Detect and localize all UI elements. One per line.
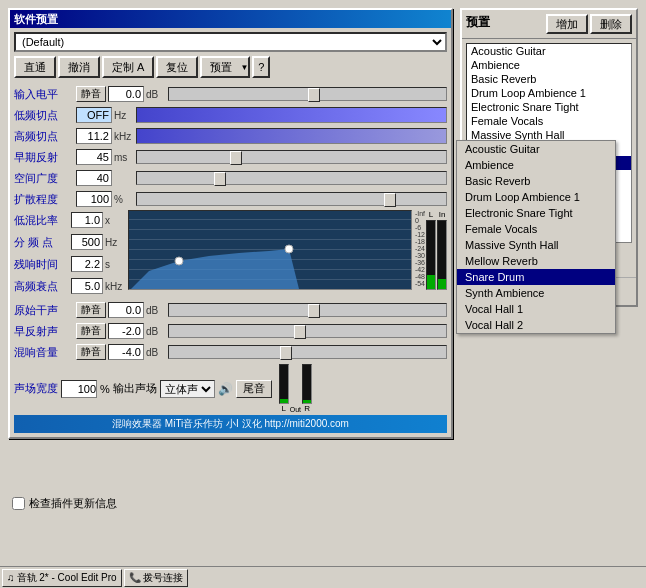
auxbus-item[interactable]: Vocal Hall 1 [457, 301, 615, 317]
output-mode-select[interactable]: 立体声 [160, 380, 215, 398]
room-size-value[interactable] [76, 170, 112, 186]
list-item[interactable]: Electronic Snare Tight [467, 100, 631, 114]
hf-damping-value[interactable] [71, 278, 103, 294]
auxbus-item[interactable]: Massive Synth Hall [457, 237, 615, 253]
bottom-row: 声场宽度 % 输出声场 立体声 🔊 尾音 L Out [14, 364, 447, 413]
early-level-label: 早反射声 [14, 324, 74, 339]
mix-ratio-unit: x [105, 215, 125, 226]
diffusion-label: 扩散程度 [14, 192, 74, 207]
auxbus-item[interactable]: Drum Loop Ambience 1 [457, 189, 615, 205]
phone-icon: 📞 [129, 572, 141, 583]
low-cut-label: 低频切点 [14, 108, 74, 123]
out-l-label: L [282, 404, 286, 413]
auxbus-item[interactable]: Mellow Reverb [457, 253, 615, 269]
auxbus-item[interactable]: Snare Drum [457, 269, 615, 285]
early-level-thumb[interactable] [294, 325, 306, 339]
early-level-slider[interactable] [168, 324, 447, 338]
hf-damping-row: 高频衰点 kHz [14, 276, 125, 296]
vu-l-label: L [429, 210, 433, 219]
mix-volume-thumb[interactable] [280, 346, 292, 360]
early-ref-thumb[interactable] [230, 151, 242, 165]
diffusion-thumb[interactable] [384, 193, 396, 207]
mix-volume-value[interactable] [108, 344, 144, 360]
freq-point-value[interactable] [71, 234, 103, 250]
update-checkbox[interactable] [12, 497, 25, 510]
input-level-label: 输入电平 [14, 87, 74, 102]
window-title: 软件预置 [14, 12, 58, 27]
room-size-slider[interactable] [136, 171, 447, 185]
preset-select[interactable]: (Default) [14, 32, 447, 52]
input-level-value[interactable] [108, 86, 144, 102]
vu-r-label: In [439, 210, 446, 219]
vu-l-green [427, 275, 435, 289]
dry-signal-thumb[interactable] [308, 304, 320, 318]
preset-dropdown-arrow[interactable]: ▼ [240, 63, 248, 72]
auxbus-item[interactable]: Vocal Hall 2 [457, 317, 615, 333]
auxbus-item[interactable]: Basic Reverb [457, 173, 615, 189]
cancel-button[interactable]: 撤消 [58, 56, 100, 78]
dry-signal-slider[interactable] [168, 303, 447, 317]
mix-volume-slider[interactable] [168, 345, 447, 359]
eq-curve-svg [129, 211, 411, 289]
output-section: 原始干声 静音 dB 早反射声 静音 dB 混响音量 静音 [14, 300, 447, 362]
room-size-row: 空间广度 [14, 168, 447, 188]
early-ref-slider[interactable] [136, 150, 447, 164]
add-button[interactable]: 增加 [546, 14, 588, 34]
freq-point-label: 分 频 点 [14, 235, 69, 250]
dry-signal-unit: dB [146, 305, 166, 316]
list-item[interactable]: Female Vocals [467, 114, 631, 128]
output-vu: L Out R [279, 364, 312, 413]
toolbar: 直通 撤消 定制 A 复位 预置 ▼ 增加预置... 预置管理器... Aux … [14, 56, 447, 78]
input-level-thumb[interactable] [308, 88, 320, 102]
early-level-unit: dB [146, 326, 166, 337]
auxbus-item[interactable]: Ambience [457, 157, 615, 173]
list-item[interactable]: Basic Reverb [467, 72, 631, 86]
out-vu-l-bar [279, 364, 289, 404]
early-level-value[interactable] [108, 323, 144, 339]
room-width-value[interactable] [61, 380, 97, 398]
diffusion-slider[interactable] [136, 192, 447, 206]
dry-signal-label: 原始干声 [14, 303, 74, 318]
high-cut-value[interactable] [76, 128, 112, 144]
tail-button[interactable]: 尾音 [236, 380, 272, 398]
room-size-thumb[interactable] [214, 172, 226, 186]
list-item[interactable]: Acoustic Guitar [467, 44, 631, 58]
auxbus-item[interactable]: Female Vocals [457, 221, 615, 237]
customize-button[interactable]: 定制 A [102, 56, 154, 78]
status-bar: ♫ 音轨 2* - Cool Edit Pro 📞 拨号连接 [0, 566, 646, 588]
mix-ratio-label: 低混比率 [14, 213, 69, 228]
mix-volume-row: 混响音量 静音 dB [14, 342, 447, 362]
input-level-slider[interactable] [168, 87, 447, 101]
list-item[interactable]: Drum Loop Ambience 1 [467, 86, 631, 100]
vu-left: L [426, 210, 436, 290]
mix-mute-button[interactable]: 静音 [76, 344, 106, 360]
taskbar-item-1[interactable]: ♫ 音轨 2* - Cool Edit Pro [2, 569, 122, 587]
diffusion-row: 扩散程度 % [14, 189, 447, 209]
input-level-row: 输入电平 静音 dB [14, 84, 447, 104]
out-r-label: R [304, 404, 310, 413]
auxbus-item[interactable]: Acoustic Guitar [457, 141, 615, 157]
decay-time-value[interactable] [71, 256, 103, 272]
dry-mute-button[interactable]: 静音 [76, 302, 106, 318]
auxbus-item[interactable]: Synth Ambience [457, 285, 615, 301]
direct-button[interactable]: 直通 [14, 56, 56, 78]
low-cut-value[interactable] [76, 107, 112, 123]
early-ref-value[interactable] [76, 149, 112, 165]
diffusion-value[interactable] [76, 191, 112, 207]
delete-button[interactable]: 删除 [590, 14, 632, 34]
early-ref-row: 早期反射 ms [14, 147, 447, 167]
input-level-unit: dB [146, 89, 166, 100]
dry-signal-value[interactable] [108, 302, 144, 318]
eq-graph[interactable] [128, 210, 412, 290]
auxbus-item[interactable]: Electronic Snare Tight [457, 205, 615, 221]
reset-button[interactable]: 复位 [156, 56, 198, 78]
list-item[interactable]: Ambience [467, 58, 631, 72]
input-mute-button[interactable]: 静音 [76, 86, 106, 102]
taskbar-item-2[interactable]: 📞 拨号连接 [124, 569, 188, 587]
out-vu-label: Out [290, 406, 301, 413]
early-mute-button[interactable]: 静音 [76, 323, 106, 339]
help-button[interactable]: ? [252, 56, 270, 78]
mix-ratio-value[interactable] [71, 212, 103, 228]
low-cut-row: 低频切点 Hz [14, 105, 447, 125]
freq-point-row: 分 频 点 Hz [14, 232, 125, 252]
